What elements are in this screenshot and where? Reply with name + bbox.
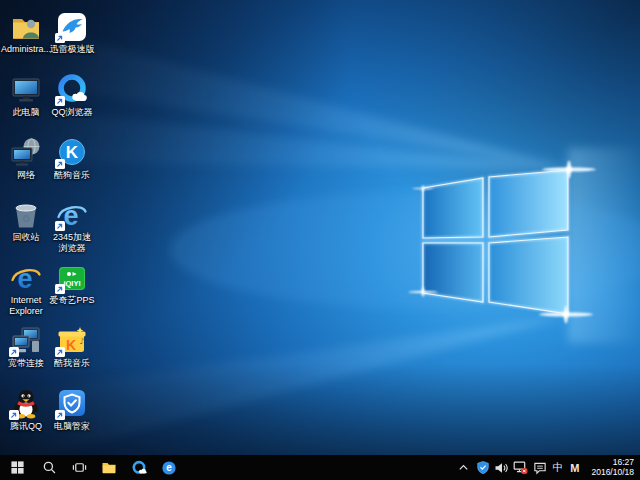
desktop-icon-label: 酷狗音乐: [54, 170, 90, 181]
2345-e-icon: e: [55, 198, 89, 231]
pc-manager-shield-icon: [55, 387, 89, 420]
network-disconnected-icon: [513, 460, 528, 475]
svg-text:e: e: [17, 264, 32, 294]
svg-text:♻: ♻: [22, 212, 31, 223]
desktop-icon-iqiyi[interactable]: iQIYI 爱奇艺PPS: [49, 261, 95, 324]
desktop-icon-qq-browser[interactable]: QQ浏览器: [49, 73, 95, 136]
search-button[interactable]: [34, 455, 64, 480]
shortcut-arrow-icon: [55, 221, 65, 231]
hidden-icons-button[interactable]: [455, 455, 472, 480]
ime-mode-indicator[interactable]: M: [567, 455, 582, 480]
shortcut-arrow-icon: [55, 347, 65, 357]
qq-browser-icon: [55, 73, 89, 106]
shortcut-arrow-icon: [55, 410, 65, 420]
desktop-icon-label: 2345加速浏览器: [49, 232, 95, 253]
recycle-bin-icon: ♻: [9, 198, 43, 231]
ime-language-indicator[interactable]: 中: [550, 455, 565, 480]
action-center-icon: [533, 461, 547, 475]
desktop-icon-network[interactable]: 网络: [3, 136, 49, 199]
windows-logo-icon: [10, 460, 25, 475]
thunder-bird-icon: [55, 10, 89, 43]
user-folder-icon: [9, 10, 43, 43]
desktop-icon-label: 网络: [17, 170, 35, 181]
svg-text:e: e: [63, 201, 78, 231]
wallpaper: [0, 0, 640, 455]
desktop-icon-label: 腾讯QQ: [10, 421, 42, 432]
desktop-icon-label: 宽带连接: [8, 358, 44, 369]
kuwo-box-icon: K ♪: [55, 324, 89, 357]
qq-browser-taskbar-button[interactable]: [124, 455, 154, 480]
speaker-icon: [494, 461, 509, 475]
search-icon: [42, 460, 57, 475]
shortcut-arrow-icon: [55, 284, 65, 294]
shield-icon: [476, 460, 490, 475]
task-view-button[interactable]: [64, 455, 94, 480]
desktop-icon-label: 迅雷极速版: [50, 44, 95, 55]
desktop-icon-broadband[interactable]: 宽带连接: [3, 324, 49, 387]
desktop-icon-label: 电脑管家: [54, 421, 90, 432]
2345-e-icon: e: [161, 460, 177, 476]
svg-text:K: K: [66, 337, 76, 353]
desktop-icon-thunder[interactable]: 迅雷极速版: [49, 10, 95, 73]
desktop-icon-pc-manager[interactable]: 电脑管家: [49, 387, 95, 450]
desktop-icon-label: 回收站: [13, 232, 40, 243]
shortcut-arrow-icon: [55, 33, 65, 43]
desktop-icon-label: 此电脑: [13, 107, 40, 118]
folder-icon: [101, 460, 117, 475]
shortcut-arrow-icon: [9, 347, 19, 357]
svg-text:e: e: [166, 462, 172, 473]
desktop-icon-administrator[interactable]: Administra...: [3, 10, 49, 73]
desktop-icon-kugou[interactable]: K 酷狗音乐: [49, 136, 95, 199]
desktop-icon-label: QQ浏览器: [51, 107, 92, 118]
2345-browser-taskbar-button[interactable]: e: [154, 455, 184, 480]
pc-manager-tray-icon[interactable]: [474, 455, 491, 480]
shortcut-arrow-icon: [55, 159, 65, 169]
svg-text:♪: ♪: [80, 337, 85, 346]
desktop-icon-label: Administra...: [1, 44, 51, 55]
ie-icon: e: [9, 261, 43, 294]
svg-text:K: K: [66, 143, 79, 162]
taskbar: e: [0, 455, 640, 480]
broadband-computers-icon: [9, 324, 43, 357]
system-tray: 中 M 16:27 2016/10/18: [455, 455, 640, 480]
desktop-icon-kuwo[interactable]: K ♪ 酷我音乐: [49, 324, 95, 387]
task-view-icon: [72, 460, 87, 475]
desktop-icon-label: 酷我音乐: [54, 358, 90, 369]
monitor-icon: [9, 73, 43, 106]
chevron-up-icon: [457, 461, 470, 474]
desktop-icon-2345-browser[interactable]: e 2345加速浏览器: [49, 198, 95, 261]
windows-desktop: Administra... 此电脑: [0, 0, 640, 480]
desktop-icon-recycle-bin[interactable]: ♻ 回收站: [3, 198, 49, 261]
action-center-button[interactable]: [531, 455, 548, 480]
iqiyi-icon: iQIYI: [55, 261, 89, 294]
network-globe-icon: [9, 136, 43, 169]
network-tray-icon[interactable]: [512, 455, 529, 480]
svg-text:iQIYI: iQIYI: [63, 279, 80, 288]
shortcut-arrow-icon: [55, 96, 65, 106]
desktop-icon-grid: Administra... 此电脑: [3, 10, 95, 450]
start-button[interactable]: [0, 455, 34, 480]
desktop-icon-label: 爱奇艺PPS: [49, 295, 94, 306]
qq-browser-icon: [131, 460, 148, 476]
kugou-k-icon: K: [55, 136, 89, 169]
desktop-icon-internet-explorer[interactable]: e Internet Explorer: [3, 261, 49, 324]
file-explorer-button[interactable]: [94, 455, 124, 480]
clock-date: 2016/10/18: [591, 468, 634, 478]
taskbar-clock[interactable]: 16:27 2016/10/18: [588, 455, 637, 480]
volume-tray-icon[interactable]: [493, 455, 510, 480]
desktop-icon-label: Internet Explorer: [3, 295, 49, 316]
desktop-icon-tencent-qq[interactable]: 腾讯QQ: [3, 387, 49, 450]
windows-hero-logo: [0, 0, 640, 455]
desktop-icon-this-pc[interactable]: 此电脑: [3, 73, 49, 136]
qq-penguin-icon: [9, 387, 43, 420]
shortcut-arrow-icon: [9, 410, 19, 420]
